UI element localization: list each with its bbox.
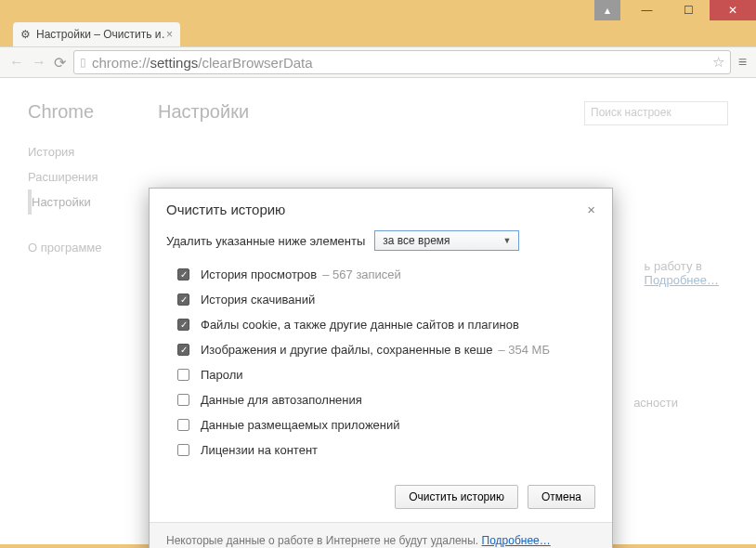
user-icon: ▴ bbox=[605, 4, 610, 17]
tab-close-icon[interactable]: × bbox=[166, 28, 173, 41]
data-type-option: Файлы cookie, а также другие данные сайт… bbox=[166, 312, 595, 337]
option-label: Данные для автозаполнения bbox=[201, 393, 362, 407]
option-label: Данные размещаемых приложений bbox=[201, 418, 400, 432]
data-type-option: История просмотров – 567 записей bbox=[166, 262, 595, 287]
checkbox[interactable] bbox=[177, 419, 189, 431]
clear-browsing-data-dialog: Очистить историю × Удалить указанные ниж… bbox=[149, 188, 613, 548]
sidebar-item-settings[interactable]: Настройки bbox=[28, 189, 149, 215]
data-type-option: Пароли bbox=[166, 362, 595, 387]
bg-text-fragment: ь работу в Подробнее… bbox=[645, 259, 719, 287]
sidebar-item-extensions[interactable]: Расширения bbox=[28, 164, 149, 189]
tab-strip: ⚙ Настройки – Очистить и… × bbox=[0, 20, 756, 46]
checkbox[interactable] bbox=[177, 394, 189, 406]
select-value: за все время bbox=[383, 234, 450, 247]
option-hint: – 354 МБ bbox=[498, 343, 550, 357]
window-close-button[interactable]: ✕ bbox=[710, 0, 756, 20]
clear-history-button[interactable]: Очистить историю bbox=[395, 485, 518, 509]
window-maximize-button[interactable]: ☐ bbox=[668, 0, 710, 20]
settings-sidebar: Chrome История Расширения Настройки О пр… bbox=[28, 101, 149, 260]
checkbox[interactable] bbox=[177, 444, 189, 456]
footer-learn-more-link[interactable]: Подробнее… bbox=[482, 534, 551, 547]
option-label: Файлы cookie, а также другие данные сайт… bbox=[201, 318, 519, 332]
data-type-option: Данные для автозаполнения bbox=[166, 387, 595, 412]
option-label: Лицензии на контент bbox=[201, 443, 318, 457]
option-label: История скачиваний bbox=[201, 293, 315, 307]
bg-learn-more-link[interactable]: Подробнее… bbox=[645, 273, 719, 287]
dialog-header: Очистить историю × bbox=[150, 189, 612, 227]
checkbox[interactable] bbox=[177, 268, 189, 281]
time-range-row: Удалить указанные ниже элементы за все в… bbox=[166, 230, 595, 251]
checkbox[interactable] bbox=[177, 319, 189, 331]
nav-reload-icon[interactable]: ⟳ bbox=[54, 54, 66, 72]
dialog-title: Очистить историю bbox=[166, 202, 285, 217]
page-icon: ▯ bbox=[80, 56, 86, 69]
option-label: Изображения и другие файлы, сохраненные … bbox=[201, 343, 492, 357]
browser-window: ▴ — ☐ ✕ ⚙ Настройки – Очистить и… × ← → … bbox=[0, 0, 756, 548]
address-bar[interactable]: ▯ chrome://settings/clearBrowserData ☆ bbox=[73, 50, 731, 74]
settings-search-input[interactable]: Поиск настроек bbox=[584, 101, 728, 125]
url-host: settings bbox=[150, 55, 199, 71]
settings-page: Chrome История Расширения Настройки О пр… bbox=[0, 78, 756, 544]
browser-toolbar: ← → ⟳ ▯ chrome://settings/clearBrowserDa… bbox=[0, 46, 756, 78]
url-scheme: chrome:// bbox=[92, 55, 150, 71]
user-avatar-button[interactable]: ▴ bbox=[594, 0, 620, 20]
dialog-actions: Очистить историю Отмена bbox=[150, 476, 612, 522]
os-titlebar: ▴ — ☐ ✕ bbox=[0, 0, 756, 20]
data-type-option: Лицензии на контент bbox=[166, 437, 595, 463]
sidebar-item-about[interactable]: О программе bbox=[28, 235, 149, 260]
data-type-option: Данные размещаемых приложений bbox=[166, 412, 595, 437]
tab-title: Настройки – Очистить и… bbox=[36, 28, 166, 41]
brand-title: Chrome bbox=[28, 101, 149, 123]
option-label: История просмотров bbox=[201, 267, 317, 281]
time-range-select[interactable]: за все время ▼ bbox=[374, 230, 519, 251]
dialog-footer: Некоторые данные о работе в Интернете не… bbox=[150, 522, 612, 548]
window-minimize-button[interactable]: — bbox=[626, 0, 668, 20]
option-label: Пароли bbox=[201, 368, 243, 382]
browser-tab[interactable]: ⚙ Настройки – Очистить и… × bbox=[13, 22, 180, 46]
time-range-label: Удалить указанные ниже элементы bbox=[166, 234, 365, 248]
nav-back-icon[interactable]: ← bbox=[9, 54, 24, 71]
data-types-list: История просмотров – 567 записейИстория … bbox=[166, 262, 595, 463]
chevron-down-icon: ▼ bbox=[502, 236, 511, 245]
nav-forward-icon[interactable]: → bbox=[32, 54, 46, 71]
data-type-option: История скачиваний bbox=[166, 287, 595, 312]
dialog-close-button[interactable]: × bbox=[587, 202, 595, 217]
gear-icon: ⚙ bbox=[20, 28, 31, 41]
cancel-button[interactable]: Отмена bbox=[528, 485, 595, 509]
option-hint: – 567 записей bbox=[322, 267, 401, 281]
chrome-menu-icon[interactable]: ≡ bbox=[738, 54, 747, 71]
checkbox[interactable] bbox=[177, 344, 189, 356]
sidebar-item-history[interactable]: История bbox=[28, 139, 149, 164]
bookmark-star-icon[interactable]: ☆ bbox=[712, 54, 724, 71]
data-type-option: Изображения и другие файлы, сохраненные … bbox=[166, 337, 595, 362]
url-path: /clearBrowserData bbox=[198, 55, 312, 71]
checkbox[interactable] bbox=[177, 294, 189, 306]
checkbox[interactable] bbox=[177, 369, 189, 381]
footer-text: Некоторые данные о работе в Интернете не… bbox=[166, 534, 482, 547]
dialog-body: Удалить указанные ниже элементы за все в… bbox=[150, 227, 612, 476]
bg-text-fragment-2: асности bbox=[633, 396, 678, 410]
